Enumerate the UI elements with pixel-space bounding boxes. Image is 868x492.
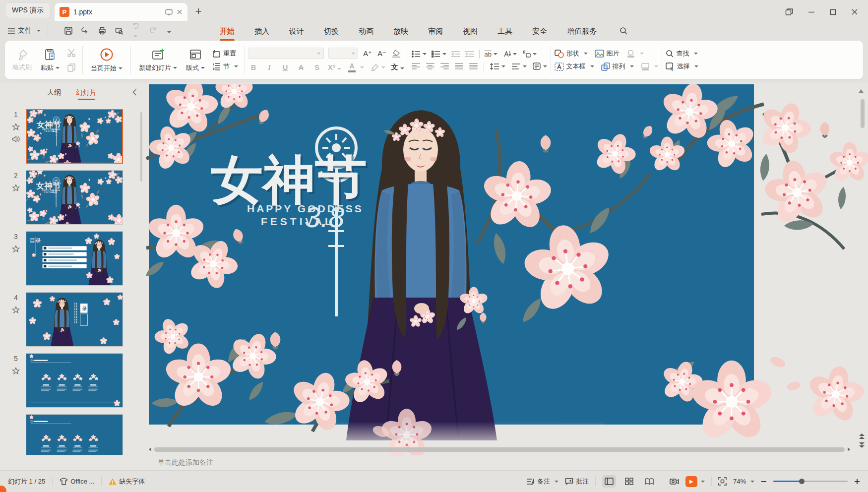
increase-font-button[interactable]: A⁺	[363, 50, 372, 58]
fill-style-button[interactable]	[626, 50, 644, 58]
redo-icon[interactable]	[148, 27, 157, 35]
star-icon[interactable]	[12, 184, 20, 192]
font-family-combo[interactable]	[248, 48, 324, 59]
star-icon[interactable]	[12, 245, 20, 253]
align-justify-icon[interactable]	[455, 63, 463, 69]
undo-icon[interactable]	[131, 22, 140, 39]
tab-share-screen-icon[interactable]	[165, 9, 173, 15]
fit-slide-icon[interactable]	[718, 477, 727, 486]
superscript-button[interactable]: X²	[328, 63, 341, 71]
previous-slide-button[interactable]	[859, 433, 865, 439]
scroll-up-icon[interactable]	[859, 89, 864, 93]
decrease-indent-icon[interactable]	[451, 51, 460, 58]
star-icon[interactable]	[12, 123, 20, 131]
textbox-button[interactable]: 文本框	[555, 62, 594, 71]
outline-tab[interactable]: 大纲	[46, 84, 62, 101]
paragraph-spacing-icon[interactable]	[511, 63, 520, 70]
tab-premium[interactable]: 增值服务	[566, 22, 598, 40]
text-direction-icon[interactable]	[502, 50, 511, 58]
tab-view[interactable]: 视图	[462, 22, 479, 40]
slide-thumbnail-1[interactable]	[26, 109, 123, 164]
file-menu-button[interactable]: 文件	[8, 26, 41, 35]
slide-thumbnail-4[interactable]	[26, 292, 123, 347]
slide-sorter-view-button[interactable]	[622, 475, 636, 488]
audio-icon[interactable]	[12, 135, 20, 143]
zoom-slider-knob[interactable]	[799, 479, 805, 484]
close-button[interactable]	[851, 8, 858, 15]
tab-design[interactable]: 设计	[288, 22, 305, 40]
convert-smartart-icon[interactable]	[522, 50, 531, 58]
align-left-icon[interactable]	[412, 63, 420, 69]
collapse-panel-icon[interactable]	[132, 89, 137, 96]
slide-thumbnail-6[interactable]	[26, 414, 123, 455]
numbered-list-icon[interactable]	[432, 51, 440, 58]
highlight-pen-icon[interactable]	[370, 63, 379, 71]
app-home-button[interactable]: WPS 演示	[5, 2, 51, 18]
tab-security[interactable]: 安全	[531, 22, 548, 40]
theme-button[interactable]: Office ...	[60, 478, 94, 486]
frame-button[interactable]	[641, 62, 658, 70]
comments-button[interactable]: 批注	[565, 477, 589, 486]
tab-insert[interactable]: 插入	[253, 22, 270, 40]
tab-home[interactable]: 开始	[219, 22, 236, 40]
clear-format-icon[interactable]	[391, 49, 401, 58]
reading-view-button[interactable]	[642, 476, 656, 488]
arrange-button[interactable]: 排列	[601, 62, 634, 71]
zoom-slider[interactable]	[773, 481, 848, 482]
print-preview-icon[interactable]	[115, 26, 124, 35]
notes-area[interactable]: 单击此处添加备注	[0, 455, 868, 470]
slide-thumbnail-3[interactable]	[26, 231, 123, 286]
more-commands-icon[interactable]	[165, 26, 171, 35]
find-button[interactable]: 查找	[666, 49, 698, 58]
ribbon-search-icon[interactable]	[620, 27, 628, 35]
scroll-right-icon[interactable]	[848, 447, 850, 451]
export-icon[interactable]	[81, 26, 90, 35]
print-icon[interactable]	[98, 26, 107, 35]
slides-tab[interactable]: 幻灯片	[75, 84, 98, 101]
tab-transitions[interactable]: 切换	[323, 22, 340, 40]
scroll-left-icon[interactable]	[149, 447, 151, 451]
slide-editor[interactable]	[144, 83, 868, 455]
record-show-icon[interactable]	[670, 478, 679, 485]
align-distribute-icon[interactable]	[469, 63, 478, 69]
font-color-button[interactable]: A	[347, 62, 357, 72]
shadow-button[interactable]: S	[312, 63, 322, 71]
reset-button[interactable]: 重置	[212, 49, 238, 58]
zoom-in-button[interactable]	[854, 479, 860, 485]
document-tab[interactable]: P 1.pptx	[55, 3, 187, 21]
bullet-list-icon[interactable]	[412, 51, 421, 58]
paragraph-settings-icon[interactable]	[533, 62, 541, 70]
star-icon[interactable]	[12, 306, 20, 314]
vertical-scrollbar[interactable]	[861, 99, 865, 128]
font-size-combo[interactable]	[328, 48, 358, 59]
tab-review[interactable]: 审阅	[427, 22, 444, 40]
picture-button[interactable]: 图片	[595, 49, 620, 58]
char-spacing-button[interactable]: ab	[485, 51, 492, 58]
format-painter-button[interactable]: 格式刷	[8, 43, 36, 77]
minimize-button[interactable]	[808, 8, 815, 15]
copy-icon[interactable]	[66, 62, 76, 72]
zoom-level[interactable]: 74%	[733, 478, 754, 485]
sidebar-scrollbar[interactable]	[140, 112, 142, 182]
normal-view-button[interactable]	[602, 475, 616, 488]
decrease-font-button[interactable]: A⁻	[377, 50, 387, 58]
zoom-out-button[interactable]	[761, 479, 767, 485]
select-button[interactable]: 选择	[666, 62, 698, 71]
next-slide-button[interactable]	[859, 442, 865, 448]
section-button[interactable]: 节	[212, 62, 238, 71]
align-right-icon[interactable]	[440, 63, 449, 69]
slide-thumbnail-5[interactable]	[26, 353, 123, 408]
new-tab-button[interactable]: +	[195, 6, 202, 17]
tab-animation[interactable]: 动画	[358, 22, 374, 40]
strikethrough-button[interactable]: A	[296, 63, 306, 71]
layout-button[interactable]: 版式	[182, 43, 209, 77]
save-icon[interactable]	[64, 26, 73, 35]
shapes-button[interactable]: 形状	[555, 49, 588, 58]
increase-indent-icon[interactable]	[465, 51, 474, 58]
tab-slideshow[interactable]: 放映	[392, 22, 409, 40]
tab-close-icon[interactable]	[177, 9, 183, 15]
italic-button[interactable]: I	[264, 63, 274, 72]
window-layout-icon[interactable]	[785, 8, 793, 16]
slide-canvas[interactable]	[144, 84, 868, 455]
play-from-current-button[interactable]: 当页开始	[86, 43, 127, 77]
